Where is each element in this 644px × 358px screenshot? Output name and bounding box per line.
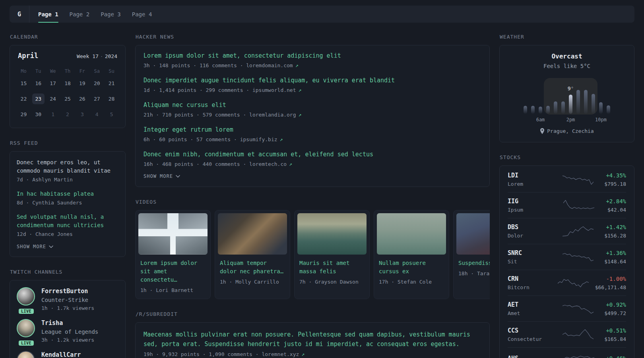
- temperature-bar: [524, 106, 527, 114]
- calendar-day-next-month: 1: [47, 109, 59, 120]
- stock-row[interactable]: AHS +0.46%: [508, 347, 626, 358]
- dot-separator: ·: [100, 53, 103, 59]
- video-card[interactable]: Suspendisse diam 18h · Tara: [453, 210, 490, 299]
- live-badge: LIVE: [19, 309, 34, 314]
- hn-story-link[interactable]: Lorem ipsum dolor sit amet, consectetur …: [144, 52, 481, 60]
- calendar-day-next-month: 4: [91, 109, 103, 120]
- temperature-bar: [561, 101, 565, 114]
- avatar: LIVE: [17, 287, 36, 311]
- external-link-icon: ↗: [295, 62, 299, 68]
- hn-domain-link[interactable]: loremtech.co↗: [249, 161, 292, 167]
- stock-symbol: IIG: [508, 197, 551, 205]
- video-title: Nullam posuere cursus ex: [379, 259, 444, 276]
- video-meta: 7h · Grayson Dawson: [299, 278, 365, 285]
- video-thumbnail: [456, 213, 490, 255]
- tab-page-3[interactable]: Page 3: [101, 6, 121, 23]
- calendar-day: 25: [62, 93, 74, 104]
- stock-price: $795.18: [604, 181, 626, 187]
- subreddit-card: Maecenas mollis pulvinar erat non posuer…: [135, 322, 490, 358]
- video-card[interactable]: Aliquam tempor dolor nec pharetra… 1h · …: [215, 210, 290, 299]
- rss-article-link[interactable]: Donec tempor eros leo, ut commodo mauris…: [17, 158, 118, 175]
- calendar-month: April: [18, 52, 38, 60]
- hn-story-meta: 1d · 1,414 points · 299 comments · ipsum…: [144, 87, 481, 93]
- stock-change: +4.35%: [604, 171, 626, 179]
- calendar-day: 28: [105, 93, 118, 104]
- video-meta: 17h · Stefan Cole: [379, 278, 444, 285]
- hn-story-meta: 3h · 148 points · 116 comments · loremdo…: [144, 62, 481, 69]
- video-title: Mauris sit amet massa felis: [299, 259, 365, 276]
- hacker-news-card: Lorem ipsum dolor sit amet, consectetur …: [135, 45, 490, 187]
- stocks-section-title: STOCKS: [500, 154, 634, 160]
- channel-game: Counter-Strike: [41, 296, 94, 304]
- hn-domain-link[interactable]: loremdomain.com↗: [246, 62, 298, 68]
- calendar-day: 26: [76, 93, 88, 104]
- stock-name: Amet: [508, 310, 551, 317]
- calendar-day-next-month: 2: [62, 109, 74, 120]
- calendar-week-row: 15 16 17 18 19 20 21: [16, 77, 119, 90]
- stock-sparkline: [551, 173, 604, 186]
- calendar-card: April Week 17·2024 Mo Tu We Th Fr Sa Su …: [10, 45, 126, 128]
- rss-article-link[interactable]: In hac habitasse platea: [17, 190, 118, 198]
- tab-page-2[interactable]: Page 2: [70, 6, 90, 23]
- left-column: CALENDAR April Week 17·2024 Mo Tu We Th …: [10, 34, 126, 358]
- reddit-domain-link[interactable]: loremnet.xyz↗: [262, 351, 305, 357]
- stock-sparkline: [551, 352, 606, 358]
- tab-page-4[interactable]: Page 4: [132, 6, 152, 23]
- twitch-channel-row[interactable]: KendallCarr: [17, 351, 118, 358]
- channel-name: KendallCarr: [41, 351, 81, 358]
- stock-row[interactable]: SNRC Sit +1.36% $148.64: [508, 244, 626, 270]
- temperature-bar: [576, 90, 580, 114]
- stock-sparkline: [551, 328, 604, 341]
- rss-article-meta: 12d · Chance Jones: [17, 231, 118, 237]
- hn-story-link[interactable]: Donec enim nibh, condimentum et accumsan…: [144, 150, 481, 159]
- tab-page-1[interactable]: Page 1: [38, 6, 58, 23]
- stock-row[interactable]: IIG Ipsum +2.84% $42.04: [508, 192, 626, 218]
- stock-row[interactable]: LDI Lorem +4.35% $795.18: [508, 167, 626, 192]
- hn-show-more-button[interactable]: SHOW MORE: [144, 173, 180, 179]
- video-card[interactable]: Nullam posuere cursus ex 17h · Stefan Co…: [374, 210, 449, 299]
- stock-change: -1.00%: [595, 275, 626, 283]
- hn-story-link[interactable]: Integer eget rutrum lorem: [144, 126, 481, 134]
- temperature-bar: [546, 106, 550, 114]
- hn-domain-link[interactable]: loremlandia.org↗: [249, 112, 301, 118]
- stock-row[interactable]: AET Amet +0.92% $499.72: [508, 296, 626, 321]
- page-tabs: Page 1 Page 2 Page 3 Page 4: [29, 6, 152, 23]
- stock-change: +1.42%: [604, 223, 626, 231]
- stock-symbol: DBS: [508, 223, 551, 231]
- rss-show-more-button[interactable]: SHOW MORE: [17, 244, 53, 249]
- video-card[interactable]: Lorem ipsum dolor sit amet consectetu… 1…: [135, 210, 211, 299]
- hn-domain-link[interactable]: ipsumify.biz↗: [240, 136, 283, 142]
- video-card[interactable]: Mauris sit amet massa felis 7h · Grayson…: [294, 210, 370, 299]
- right-column: WEATHER Overcast Feels like 5°C 9°6am2pm…: [499, 34, 634, 358]
- twitch-channel-row[interactable]: LIVE ForrestBurton Counter-Strike 1h · 1…: [17, 287, 118, 311]
- reddit-post-link[interactable]: Maecenas mollis pulvinar erat non posuer…: [144, 330, 481, 349]
- calendar-day: 17: [47, 78, 59, 89]
- video-title: Lorem ipsum dolor sit amet consectetu…: [140, 259, 206, 284]
- video-meta: 18h · Tara: [458, 270, 490, 277]
- hn-domain-link[interactable]: ipsumworld.net↗: [252, 87, 301, 93]
- calendar-day: 16: [32, 78, 45, 89]
- rss-article-link[interactable]: Sed volutpat nulla nisl, a condimentum n…: [17, 213, 118, 230]
- channel-avatar-image: [17, 319, 35, 337]
- stock-name: Consectetur: [508, 336, 551, 342]
- hour-label: 10pm: [595, 117, 607, 123]
- twitch-channel-row[interactable]: LIVE Trisha League of Legends 3h · 1.2k …: [17, 319, 118, 343]
- temperature-bar-current: [569, 95, 572, 114]
- stock-change: +0.46%: [606, 354, 626, 358]
- stock-row[interactable]: DBS Dolor +1.42% $156.28: [508, 218, 626, 244]
- video-thumbnail: [377, 213, 446, 255]
- calendar-day: 22: [17, 93, 30, 104]
- calendar-day-next-month: 3: [76, 109, 88, 120]
- hn-story-link[interactable]: Donec imperdiet augue tincidunt felis al…: [144, 76, 481, 85]
- twitch-widget: TWITCH CHANNELS LIVE ForrestBurton Count…: [10, 269, 126, 358]
- hn-story-link[interactable]: Aliquam nec cursus elit: [144, 101, 481, 109]
- current-temperature-label: 9°: [568, 86, 574, 91]
- dashboard-columns: CALENDAR April Week 17·2024 Mo Tu We Th …: [10, 34, 634, 358]
- rss-item: In hac habitasse platea 8d · Cynthia Sau…: [17, 190, 118, 206]
- channel-name: ForrestBurton: [41, 287, 94, 295]
- stock-row[interactable]: CCS Consectetur +0.51% $165.84: [508, 321, 626, 347]
- stock-price: $66,171.48: [595, 284, 626, 291]
- stocks-widget: STOCKS LDI Lorem +4.35% $795.18 IIG: [499, 154, 634, 358]
- calendar-day: 15: [17, 78, 30, 89]
- stock-row[interactable]: CRN Bitcorn -1.00% $66,171.48: [508, 270, 626, 296]
